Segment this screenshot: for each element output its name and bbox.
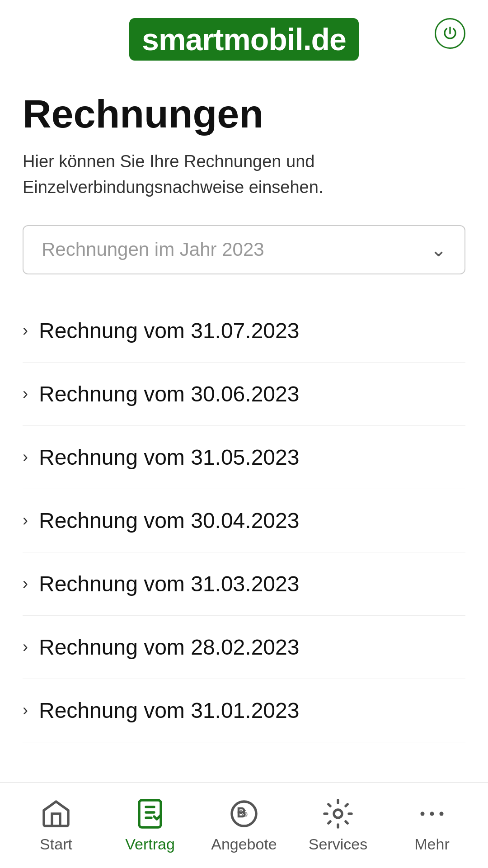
invoice-label: Rechnung vom 31.01.2023	[39, 698, 299, 723]
nav-item-vertrag[interactable]: Vertrag	[103, 790, 197, 860]
invoice-label: Rechnung vom 30.04.2023	[39, 508, 299, 533]
invoice-chevron-icon: ›	[23, 637, 28, 656]
invoice-item[interactable]: › Rechnung vom 30.06.2023	[23, 363, 465, 426]
logo-text: smartmobil.de	[129, 18, 359, 61]
power-button[interactable]	[435, 18, 465, 49]
invoice-item[interactable]: › Rechnung vom 31.03.2023	[23, 552, 465, 616]
invoice-label: Rechnung vom 31.05.2023	[39, 445, 299, 470]
svg-rect-0	[139, 800, 161, 827]
nav-label-mehr: Mehr	[414, 835, 449, 853]
header: smartmobil.de	[0, 0, 488, 74]
invoice-label: Rechnung vom 30.06.2023	[39, 382, 299, 406]
invoice-item[interactable]: › Rechnung vom 31.01.2023	[23, 679, 465, 742]
svg-point-3	[334, 810, 342, 818]
invoice-item[interactable]: › Rechnung vom 28.02.2023	[23, 616, 465, 679]
invoice-chevron-icon: ›	[23, 574, 28, 593]
nav-label-start: Start	[40, 835, 72, 853]
main-content: Rechnungen Hier können Sie Ihre Rechnung…	[0, 74, 488, 833]
invoice-chevron-icon: ›	[23, 448, 28, 467]
page-description: Hier können Sie Ihre Rechnungen und Einz…	[23, 149, 465, 200]
svg-point-4	[421, 812, 425, 816]
invoice-chevron-icon: ›	[23, 384, 28, 403]
power-icon	[442, 25, 458, 42]
year-selector[interactable]: Rechnungen im Jahr 2023 ⌄	[23, 225, 465, 274]
invoice-item[interactable]: › Rechnung vom 31.07.2023	[23, 299, 465, 363]
nav-label-angebote: Angebote	[211, 835, 277, 853]
invoice-item[interactable]: › Rechnung vom 31.05.2023	[23, 426, 465, 489]
angebote-nav-icon: %	[228, 797, 260, 830]
invoice-chevron-icon: ›	[23, 321, 28, 340]
invoice-label: Rechnung vom 28.02.2023	[39, 635, 299, 660]
start-nav-icon	[40, 797, 72, 830]
nav-label-services: Services	[309, 835, 367, 853]
vertrag-nav-icon	[134, 797, 166, 830]
nav-label-vertrag: Vertrag	[125, 835, 175, 853]
svg-point-5	[430, 812, 434, 816]
nav-item-services[interactable]: Services	[291, 790, 385, 860]
year-selector-text: Rechnungen im Jahr 2023	[42, 239, 264, 260]
invoice-label: Rechnung vom 31.03.2023	[39, 571, 299, 596]
page-title: Rechnungen	[23, 92, 465, 136]
invoice-item[interactable]: › Rechnung vom 30.04.2023	[23, 489, 465, 552]
nav-item-start[interactable]: Start	[9, 790, 103, 860]
svg-point-6	[440, 812, 444, 816]
invoice-chevron-icon: ›	[23, 701, 28, 720]
bottom-nav: Start Vertrag % Angebote Services Mehr	[0, 782, 488, 868]
services-nav-icon	[322, 797, 354, 830]
nav-item-angebote[interactable]: % Angebote	[197, 790, 291, 860]
invoice-label: Rechnung vom 31.07.2023	[39, 318, 299, 343]
logo: smartmobil.de	[129, 18, 359, 61]
svg-text:%: %	[239, 808, 248, 818]
nav-item-mehr[interactable]: Mehr	[385, 790, 479, 860]
mehr-nav-icon	[416, 797, 448, 830]
chevron-down-icon: ⌄	[431, 239, 446, 261]
invoice-chevron-icon: ›	[23, 511, 28, 530]
invoice-list: › Rechnung vom 31.07.2023 › Rechnung vom…	[23, 299, 465, 742]
